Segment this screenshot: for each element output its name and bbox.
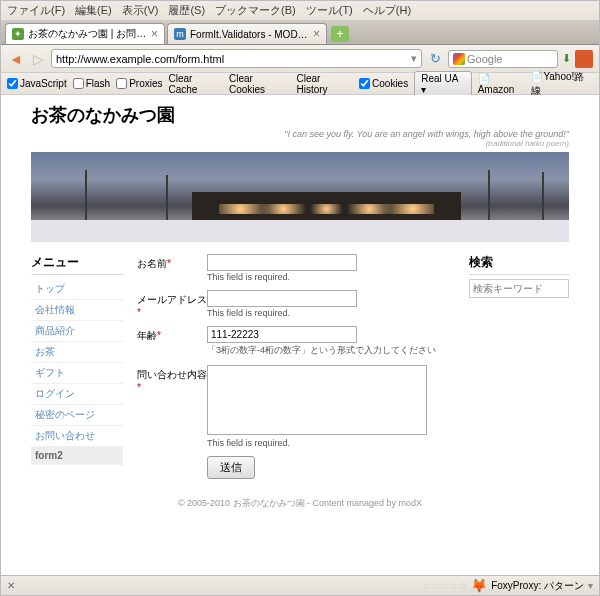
clear-cookies-button[interactable]: Clear Cookies (229, 73, 291, 95)
forward-button[interactable]: ▷ (29, 50, 47, 68)
menu-list: トップ 会社情報 商品紹介 お茶 ギフト ログイン 秘密のページ お問い合わせ … (31, 279, 123, 465)
yahoo-bookmark[interactable]: 📄Yahoo!路線 (531, 70, 593, 98)
proxies-toggle[interactable]: Proxies (116, 78, 162, 89)
ua-select[interactable]: Real UA ▾ (414, 71, 472, 97)
favicon-icon: m (174, 28, 186, 40)
reload-button[interactable]: ↻ (426, 50, 444, 68)
dev-toolbar: JavaScript Flash Proxies Clear Cache Cle… (1, 73, 599, 95)
message-textarea[interactable] (207, 365, 427, 435)
email-input[interactable] (207, 290, 357, 307)
favicon-icon: ✦ (12, 28, 24, 40)
age-hint: 「3桁の数字-4桁の数字」という形式で入力してください (207, 344, 455, 357)
name-error: This field is required. (207, 272, 455, 282)
menu-item-gift[interactable]: ギフト (31, 363, 123, 384)
url-bar[interactable]: ▾ (51, 49, 422, 68)
cookies-toggle[interactable]: Cookies (359, 78, 408, 89)
tab-label: お茶のなかみつ園 | お問い合... (28, 27, 147, 41)
star-icons[interactable]: ☆☆☆☆☆ (422, 580, 467, 591)
menu-item-login[interactable]: ログイン (31, 384, 123, 405)
submit-button[interactable]: 送信 (207, 456, 255, 479)
menu-item-form2[interactable]: form2 (31, 447, 123, 465)
search-engine-label: Google (467, 53, 502, 65)
tab-label: FormIt.Validators - MODx A... (190, 29, 309, 40)
menu-edit[interactable]: 編集(E) (75, 3, 112, 18)
main-form: お名前* This field is required. メールアドレス* Th… (137, 254, 455, 479)
menu-help[interactable]: ヘルプ(H) (363, 3, 411, 18)
age-input[interactable] (207, 326, 357, 343)
menu-view[interactable]: 表示(V) (122, 3, 159, 18)
menu-file[interactable]: ファイル(F) (7, 3, 65, 18)
email-error: This field is required. (207, 308, 455, 318)
google-icon (453, 53, 465, 65)
name-input[interactable] (207, 254, 357, 271)
search-box[interactable]: Google (448, 50, 558, 68)
age-label: 年齢* (137, 326, 207, 357)
search-heading: 検索 (469, 254, 569, 275)
tab-2[interactable]: m FormIt.Validators - MODx A... × (167, 23, 327, 44)
status-bar: ✕ ☆☆☆☆☆ 🦊 FoxyProxy: パターン ▾ (1, 575, 599, 595)
message-label: 問い合わせ内容* (137, 365, 207, 448)
tab-bar: ✦ お茶のなかみつ園 | お問い合... × m FormIt.Validato… (1, 21, 599, 45)
message-error: This field is required. (207, 438, 455, 448)
menu-item-top[interactable]: トップ (31, 279, 123, 300)
clear-history-button[interactable]: Clear History (296, 73, 353, 95)
menu-bookmarks[interactable]: ブックマーク(B) (215, 3, 296, 18)
status-close-icon[interactable]: ✕ (7, 580, 15, 591)
menu-tools[interactable]: ツール(T) (306, 3, 353, 18)
amazon-bookmark[interactable]: 📄Amazon (478, 73, 526, 95)
sidebar: メニュー トップ 会社情報 商品紹介 お茶 ギフト ログイン 秘密のページ お問… (31, 254, 123, 479)
new-tab-button[interactable]: + (331, 26, 349, 42)
js-toggle[interactable]: JavaScript (7, 78, 67, 89)
chevron-down-icon[interactable]: ▾ (588, 580, 593, 591)
close-icon[interactable]: × (151, 27, 158, 41)
foxyproxy-label[interactable]: FoxyProxy: パターン (491, 579, 584, 593)
name-label: お名前* (137, 254, 207, 282)
menu-item-company[interactable]: 会社情報 (31, 300, 123, 321)
banner-image (31, 152, 569, 242)
close-icon[interactable]: × (313, 27, 320, 41)
foxyproxy-icon[interactable]: 🦊 (471, 578, 487, 593)
clear-cache-button[interactable]: Clear Cache (169, 73, 223, 95)
menu-item-products[interactable]: 商品紹介 (31, 321, 123, 342)
search-input[interactable] (469, 279, 569, 298)
browser-window: ファイル(F) 編集(E) 表示(V) 履歴(S) ブックマーク(B) ツール(… (0, 0, 600, 596)
sidebar-heading: メニュー (31, 254, 123, 275)
email-label: メールアドレス* (137, 290, 207, 318)
menu-item-contact[interactable]: お問い合わせ (31, 426, 123, 447)
nav-toolbar: ◄ ▷ ▾ ↻ Google ⬇ (1, 45, 599, 73)
page-content: お茶のなかみつ園 "I can see you fly. You are an … (1, 95, 599, 575)
menu-history[interactable]: 履歴(S) (168, 3, 205, 18)
url-input[interactable] (56, 53, 411, 65)
tab-1[interactable]: ✦ お茶のなかみつ園 | お問い合... × (5, 23, 165, 44)
menu-item-tea[interactable]: お茶 (31, 342, 123, 363)
site-title: お茶のなかみつ園 (31, 103, 569, 127)
save-icon[interactable]: ⬇ (562, 52, 571, 65)
page-footer: © 2005-2010 お茶のなかみつ園 - Content managed b… (31, 497, 569, 510)
tagline: "I can see you fly. You are an angel wit… (31, 129, 569, 148)
flash-toggle[interactable]: Flash (73, 78, 110, 89)
home-button[interactable] (575, 50, 593, 68)
menubar: ファイル(F) 編集(E) 表示(V) 履歴(S) ブックマーク(B) ツール(… (1, 1, 599, 21)
search-column: 検索 (469, 254, 569, 479)
dropdown-icon[interactable]: ▾ (411, 52, 417, 65)
menu-item-secret[interactable]: 秘密のページ (31, 405, 123, 426)
back-button[interactable]: ◄ (7, 50, 25, 68)
